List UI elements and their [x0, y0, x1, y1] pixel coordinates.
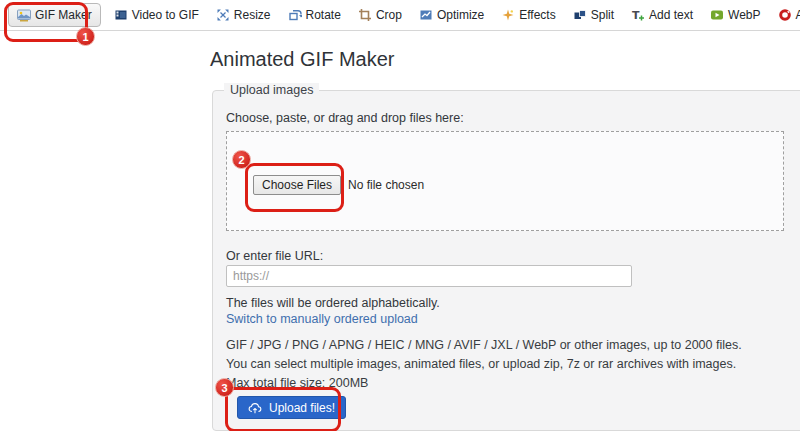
order-note-text: The files will be ordered alphabetically… [226, 296, 440, 310]
annotation-step1-badge: 1 [76, 27, 95, 46]
tab-rotate[interactable]: Rotate [284, 4, 345, 26]
tab-crop[interactable]: Crop [354, 4, 406, 26]
effects-icon [501, 8, 515, 22]
tab-label: Resize [234, 8, 271, 22]
tab-effects[interactable]: Effects [497, 4, 559, 26]
tab-label: Rotate [306, 8, 341, 22]
max-file-size-text: Max total file size: 200MB [226, 374, 742, 393]
tab-gif-maker[interactable]: GIF Maker [8, 3, 101, 27]
apng-icon [778, 8, 792, 22]
tab-label: Split [591, 8, 614, 22]
resize-icon [216, 8, 230, 22]
tab-label: Add text [649, 8, 693, 22]
choose-files-button[interactable]: Choose Files [253, 175, 341, 195]
formats-line-1: GIF / JPG / PNG / APNG / HEIC / MNG / AV… [226, 336, 742, 355]
add-text-icon: T [631, 8, 645, 22]
annotation-step2-badge: 2 [232, 150, 251, 169]
webp-icon [710, 8, 724, 22]
gif-maker-page: GIF Maker Video to GIF Resize Rotate Cro… [0, 0, 800, 431]
formats-line-2: You can select multiple images, animated… [226, 355, 742, 374]
supported-formats-text: GIF / JPG / PNG / APNG / HEIC / MNG / AV… [226, 336, 742, 393]
tab-webp[interactable]: WebP [706, 4, 764, 26]
file-url-input[interactable] [226, 265, 632, 287]
gif-maker-icon [17, 8, 31, 22]
rotate-icon [288, 8, 302, 22]
tab-label: Effects [519, 8, 555, 22]
tab-optimize[interactable]: Optimize [415, 4, 488, 26]
drop-hint-text: Choose, paste, or drag and drop files he… [226, 111, 464, 125]
crop-icon [358, 8, 372, 22]
file-input-row: Choose Files No file chosen [253, 175, 424, 195]
tab-split[interactable]: Split [569, 4, 618, 26]
video-to-gif-icon [114, 8, 128, 22]
file-dropzone[interactable]: Choose Files No file chosen [226, 131, 784, 231]
cloud-upload-icon [248, 401, 263, 414]
no-file-chosen-text: No file chosen [348, 178, 424, 192]
url-field-label: Or enter file URL: [226, 249, 323, 263]
upload-files-button[interactable]: Upload files! [237, 396, 346, 419]
manual-order-link[interactable]: Switch to manually ordered upload [226, 312, 418, 326]
tab-apng[interactable]: APNG [774, 4, 800, 26]
upload-legend: Upload images [224, 83, 319, 97]
top-tab-bar: GIF Maker Video to GIF Resize Rotate Cro… [0, 0, 800, 31]
tab-label: APNG [796, 8, 800, 22]
annotation-step3-badge: 3 [215, 378, 234, 397]
tab-add-text[interactable]: T Add text [627, 4, 697, 26]
tab-video-to-gif[interactable]: Video to GIF [110, 4, 203, 26]
optimize-icon [419, 8, 433, 22]
tab-label: GIF Maker [35, 8, 92, 22]
tab-label: Crop [376, 8, 402, 22]
page-title: Animated GIF Maker [210, 48, 395, 71]
tab-label: WebP [728, 8, 760, 22]
upload-button-label: Upload files! [269, 401, 335, 415]
tab-label: Video to GIF [132, 8, 199, 22]
svg-text:T: T [632, 9, 640, 22]
tab-label: Optimize [437, 8, 484, 22]
tab-resize[interactable]: Resize [212, 4, 275, 26]
split-icon [573, 8, 587, 22]
